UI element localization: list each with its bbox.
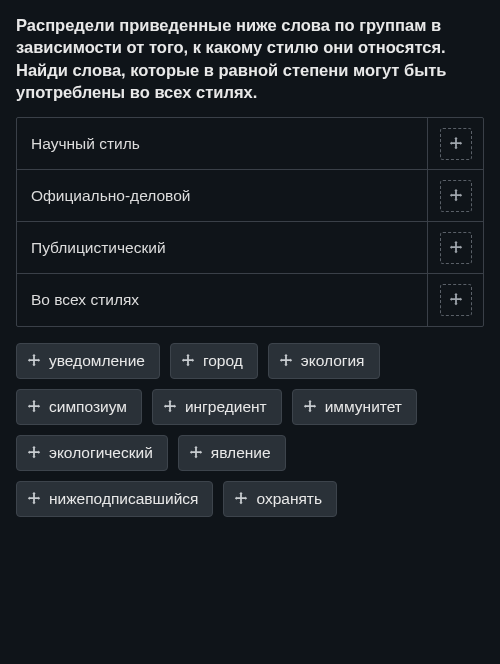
drag-icon	[189, 446, 203, 460]
task-instructions: Распредели приведенные ниже слова по гру…	[16, 14, 484, 103]
word-chip[interactable]: город	[170, 343, 258, 379]
category-row: Официально-деловой	[17, 170, 483, 222]
category-label: Во всех стилях	[17, 274, 427, 326]
word-chip[interactable]: нижеподписавшийся	[16, 481, 213, 517]
word-label: экология	[301, 352, 365, 370]
drag-icon	[163, 400, 177, 414]
drop-target[interactable]	[440, 284, 472, 316]
drag-icon	[27, 492, 41, 506]
move-icon	[449, 137, 463, 151]
move-icon	[449, 293, 463, 307]
drag-icon	[181, 354, 195, 368]
drag-icon	[234, 492, 248, 506]
word-label: город	[203, 352, 243, 370]
drop-target[interactable]	[440, 180, 472, 212]
drag-icon	[27, 354, 41, 368]
category-label: Научный стиль	[17, 118, 427, 169]
move-icon	[449, 189, 463, 203]
word-label: симпозиум	[49, 398, 127, 416]
word-chip[interactable]: иммунитет	[292, 389, 417, 425]
word-label: экологический	[49, 444, 153, 462]
drag-icon	[27, 446, 41, 460]
drag-icon	[303, 400, 317, 414]
category-row: Во всех стилях	[17, 274, 483, 326]
category-label: Публицистический	[17, 222, 427, 273]
category-table: Научный стиль Официально-деловой Публици…	[16, 117, 484, 327]
word-chip[interactable]: ингредиент	[152, 389, 282, 425]
word-chip[interactable]: экологический	[16, 435, 168, 471]
word-chip[interactable]: явление	[178, 435, 286, 471]
category-label: Официально-деловой	[17, 170, 427, 221]
word-label: нижеподписавшийся	[49, 490, 198, 508]
category-row: Публицистический	[17, 222, 483, 274]
drop-zone[interactable]	[427, 118, 483, 169]
drop-zone[interactable]	[427, 222, 483, 273]
category-row: Научный стиль	[17, 118, 483, 170]
drop-target[interactable]	[440, 128, 472, 160]
word-label: охранять	[256, 490, 322, 508]
word-pool: уведомление город экология симпозиум инг…	[16, 343, 484, 517]
drop-zone[interactable]	[427, 170, 483, 221]
drop-zone[interactable]	[427, 274, 483, 326]
drag-icon	[279, 354, 293, 368]
word-label: ингредиент	[185, 398, 267, 416]
drop-target[interactable]	[440, 232, 472, 264]
word-chip[interactable]: уведомление	[16, 343, 160, 379]
word-chip[interactable]: симпозиум	[16, 389, 142, 425]
word-chip[interactable]: охранять	[223, 481, 337, 517]
word-label: уведомление	[49, 352, 145, 370]
word-chip[interactable]: экология	[268, 343, 380, 379]
word-label: явление	[211, 444, 271, 462]
word-label: иммунитет	[325, 398, 402, 416]
drag-icon	[27, 400, 41, 414]
move-icon	[449, 241, 463, 255]
